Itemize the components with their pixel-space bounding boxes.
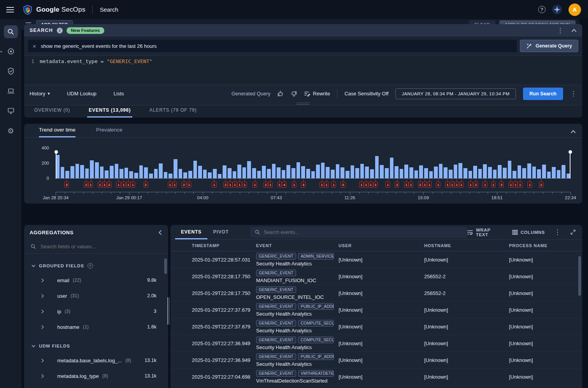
chevron-right-icon[interactable] xyxy=(41,358,44,363)
horizontal-resize-handle[interactable] xyxy=(297,103,310,105)
event-type-badge[interactable]: GENERIC_EVENT xyxy=(256,337,296,343)
sidebar-item-cases[interactable]: ▸ xyxy=(4,44,18,59)
alert-marker[interactable]: 1 xyxy=(518,182,522,188)
alert-marker[interactable]: 1 xyxy=(436,182,440,188)
aggregation-field-row[interactable]: email (22) 9.8k xyxy=(24,272,168,288)
alert-marker[interactable]: 1 xyxy=(277,182,282,188)
alert-marker[interactable]: 1 xyxy=(459,182,463,188)
alert-marker[interactable]: 1 xyxy=(131,182,135,188)
thumbs-down-icon[interactable] xyxy=(291,91,297,97)
alert-marker[interactable]: 1 xyxy=(102,182,107,188)
event-name[interactable]: Security Health Analytics xyxy=(256,361,339,367)
events-search-input[interactable] xyxy=(264,230,463,235)
table-row[interactable]: 2025-01-29T22:27:37.679 GENERIC_EVENTPUB… xyxy=(170,302,582,318)
time-range-handle-left[interactable] xyxy=(56,151,56,179)
udm-fields-section[interactable]: UDM FIELDS xyxy=(24,339,168,353)
alert-marker[interactable]: 1 xyxy=(98,182,102,188)
table-row[interactable]: 2025-01-29T22:28:17.750 GENERIC_EVENT MA… xyxy=(170,268,582,285)
event-type-badge[interactable]: GENERIC_EVENT xyxy=(256,253,296,260)
alert-marker[interactable]: 1 xyxy=(88,182,93,188)
alert-marker[interactable]: 2 xyxy=(144,182,148,188)
udm-lookup-button[interactable]: UDM Lookup xyxy=(67,91,97,97)
alert-marker[interactable]: 1 xyxy=(292,182,296,188)
alert-marker[interactable]: 2 xyxy=(373,182,377,188)
history-button[interactable]: History ▾ xyxy=(30,91,50,97)
alert-marker[interactable]: 1 xyxy=(513,182,518,188)
more-options-icon[interactable]: ⋮ xyxy=(557,27,563,34)
alert-marker[interactable]: 1 xyxy=(168,182,172,188)
alert-marker[interactable]: 2 xyxy=(223,182,228,188)
chevron-right-icon[interactable] xyxy=(41,294,44,298)
case-sensitivity-button[interactable]: Case Sensitivity Off xyxy=(344,91,388,97)
alert-marker[interactable]: 1 xyxy=(491,182,495,188)
event-name[interactable]: Security Health Analytics xyxy=(256,328,339,334)
menu-icon[interactable] xyxy=(6,7,14,12)
vertical-resize-handle[interactable] xyxy=(167,297,170,325)
info-icon[interactable]: i xyxy=(57,28,63,33)
table-row[interactable]: 2025-01-29T22:28:17.750 GENERIC_EVENT OP… xyxy=(170,285,582,302)
alert-marker[interactable]: 1 xyxy=(268,182,272,188)
alert-marker[interactable]: 2 xyxy=(418,182,422,188)
tab-pivot[interactable]: PIVOT xyxy=(207,225,235,239)
event-name[interactable]: OPEN_SOURCE_INTEL_IOC xyxy=(256,294,339,300)
collapse-chart-icon[interactable] xyxy=(570,130,576,137)
alert-marker[interactable]: 1 xyxy=(233,182,237,188)
alert-marker[interactable]: 1 xyxy=(469,182,473,188)
alert-marker[interactable]: 1 xyxy=(369,182,373,188)
thumbs-up-icon[interactable] xyxy=(277,91,284,97)
chevron-right-icon[interactable] xyxy=(41,309,44,314)
column-header[interactable]: USER xyxy=(339,243,424,248)
sidebar-item-search[interactable] xyxy=(4,24,18,39)
alert-marker[interactable]: 1 xyxy=(445,182,449,188)
alert-marker[interactable]: 1 xyxy=(427,182,432,188)
alert-marker[interactable]: 1 xyxy=(172,182,177,188)
event-type-badge[interactable]: GENERIC_EVENT xyxy=(256,370,296,377)
table-row[interactable]: 2025-01-29T22:28:57.031 GENERIC_EVENTADM… xyxy=(170,251,582,268)
wrap-text-button[interactable]: WRAP TEXT xyxy=(467,228,503,237)
column-header[interactable]: TIMESTAMP xyxy=(192,243,256,248)
alert-marker[interactable]: 2 xyxy=(395,182,399,188)
event-name[interactable]: Security Health Analytics xyxy=(256,261,339,267)
alert-marker[interactable]: 1 xyxy=(386,182,390,188)
event-type-badge[interactable]: COMPUTE_SECUR xyxy=(298,320,334,327)
alert-marker[interactable]: 1 xyxy=(455,182,459,188)
alert-marker[interactable]: 1 xyxy=(332,182,336,188)
event-name[interactable]: Security Health Analytics xyxy=(256,344,339,350)
sidebar-item-assets[interactable] xyxy=(4,103,18,119)
collapse-panel-icon[interactable] xyxy=(571,28,577,32)
clear-query-icon[interactable]: × xyxy=(33,43,36,49)
rewrite-button[interactable]: Rewrite xyxy=(304,91,330,97)
event-type-badge[interactable]: ADMIN_SERVICE_ xyxy=(298,253,334,260)
aggregation-field-row[interactable]: hostname (1) 1.6k xyxy=(24,319,168,335)
toolbar-more-icon[interactable]: ⋮ xyxy=(570,90,577,97)
alert-marker[interactable]: 1 xyxy=(359,182,363,188)
chevron-right-icon[interactable] xyxy=(41,278,44,283)
alert-marker[interactable]: 3 xyxy=(341,182,345,188)
alert-marker[interactable]: 2 xyxy=(539,182,543,188)
alert-marker[interactable]: 2 xyxy=(474,182,478,188)
event-type-badge[interactable]: GENERIC_EVENT xyxy=(256,270,296,276)
result-tab[interactable]: OVERVIEW (0) xyxy=(33,107,72,118)
aggregation-field-row[interactable]: user (31) 2.0k xyxy=(24,288,168,304)
events-more-icon[interactable]: ⋮ xyxy=(554,229,561,235)
new-features-badge[interactable]: New Features xyxy=(67,27,104,34)
table-row[interactable]: 2025-01-29T22:27:36.949 GENERIC_EVENTCOM… xyxy=(170,335,582,352)
event-type-badge[interactable]: PUBLIC_IP_ADDR xyxy=(298,303,334,310)
chevron-right-icon[interactable] xyxy=(41,325,44,329)
event-type-badge[interactable]: COMPUTE_SECUR xyxy=(298,337,334,343)
sidebar-item-detections[interactable] xyxy=(4,63,18,79)
table-row[interactable]: 2025-01-29T22:27:37.679 GENERIC_EVENTCOM… xyxy=(170,318,582,335)
alert-marker[interactable]: 4 xyxy=(282,182,286,188)
aggregation-field-row[interactable]: ip (3) 3 xyxy=(24,304,168,319)
alert-marker[interactable]: 1 xyxy=(212,182,216,188)
alert-marker[interactable]: 3 xyxy=(64,182,68,188)
alert-marker[interactable]: 3 xyxy=(499,182,504,188)
alert-marker[interactable]: 1 xyxy=(126,182,130,188)
event-name[interactable]: MANDIANT_FUSION_IOC xyxy=(256,277,339,283)
alert-marker[interactable]: 1 xyxy=(121,182,126,188)
help-icon[interactable]: ? xyxy=(538,6,546,13)
alert-marker[interactable]: 1 xyxy=(319,182,324,188)
event-type-badge[interactable]: GENERIC_EVENT xyxy=(256,320,296,327)
alert-marker[interactable]: 1 xyxy=(423,182,427,188)
grouped-fields-section[interactable]: GROUPED FIELDS ? xyxy=(24,259,168,272)
